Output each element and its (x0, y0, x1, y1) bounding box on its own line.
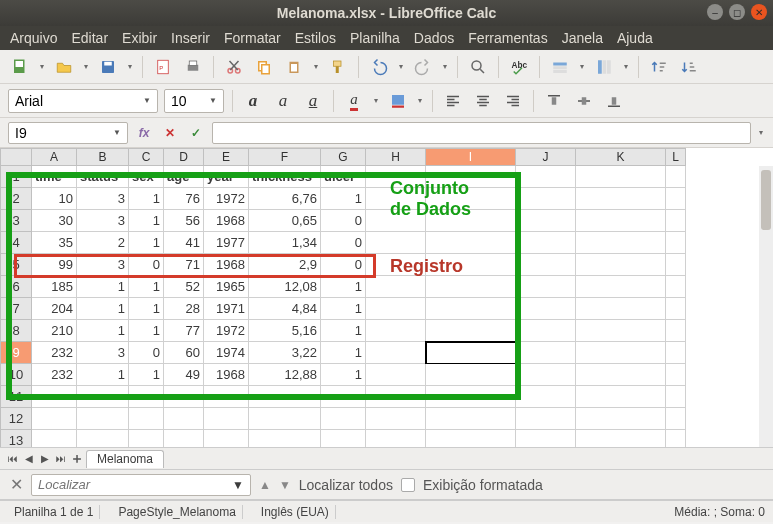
row-header[interactable]: 11 (0, 386, 32, 408)
cell[interactable] (666, 210, 686, 232)
valign-middle-icon[interactable] (572, 89, 596, 113)
spellcheck-icon[interactable]: Abc (507, 55, 531, 79)
cell[interactable] (321, 408, 366, 430)
cell[interactable] (666, 232, 686, 254)
menu-arquivo[interactable]: Arquivo (10, 30, 57, 46)
cell[interactable] (426, 232, 516, 254)
column-header[interactable]: J (516, 148, 576, 166)
cell[interactable]: 1 (129, 232, 164, 254)
cell[interactable]: 1 (77, 298, 129, 320)
scrollbar-thumb[interactable] (761, 170, 771, 230)
cell[interactable]: 210 (32, 320, 77, 342)
cell[interactable]: 0 (321, 254, 366, 276)
row-header[interactable]: 13 (0, 430, 32, 448)
menu-exibir[interactable]: Exibir (122, 30, 157, 46)
cell[interactable]: 3 (77, 188, 129, 210)
menu-dados[interactable]: Dados (414, 30, 454, 46)
cell[interactable] (426, 364, 516, 386)
cell[interactable] (366, 210, 426, 232)
cell[interactable] (426, 166, 516, 188)
cell[interactable] (366, 386, 426, 408)
row-header[interactable]: 12 (0, 408, 32, 430)
cell[interactable] (366, 166, 426, 188)
cell[interactable]: 1972 (204, 320, 249, 342)
cell[interactable] (366, 430, 426, 448)
cell[interactable] (204, 408, 249, 430)
chevron-down-icon[interactable]: ▼ (143, 96, 151, 105)
menu-editar[interactable]: Editar (71, 30, 108, 46)
undo-dropdown[interactable]: ▾ (397, 62, 405, 71)
cell[interactable] (77, 408, 129, 430)
cell[interactable] (576, 430, 666, 448)
cell[interactable] (576, 166, 666, 188)
cell[interactable]: 99 (32, 254, 77, 276)
cell[interactable] (576, 232, 666, 254)
cell[interactable]: 10 (32, 188, 77, 210)
cell[interactable]: 77 (164, 320, 204, 342)
tab-last-icon[interactable]: ⏭ (54, 452, 68, 466)
cell[interactable] (516, 188, 576, 210)
cell[interactable] (366, 342, 426, 364)
cell[interactable]: 1971 (204, 298, 249, 320)
underline-icon[interactable]: a (301, 89, 325, 113)
print-icon[interactable] (181, 55, 205, 79)
cell[interactable] (426, 276, 516, 298)
cell-reference-combo[interactable]: ▼ (8, 122, 128, 144)
cell[interactable] (576, 408, 666, 430)
cell[interactable]: 1,34 (249, 232, 321, 254)
paste-icon[interactable] (282, 55, 306, 79)
cell[interactable] (576, 364, 666, 386)
cell[interactable] (426, 298, 516, 320)
column-header[interactable]: F (249, 148, 321, 166)
valign-bottom-icon[interactable] (602, 89, 626, 113)
row-header[interactable]: 9 (0, 342, 32, 364)
cell[interactable] (666, 408, 686, 430)
cell[interactable]: 12,88 (249, 364, 321, 386)
highlight-icon[interactable] (386, 89, 410, 113)
cell[interactable]: 0 (321, 232, 366, 254)
cell[interactable]: 1 (129, 364, 164, 386)
cell[interactable] (576, 342, 666, 364)
cell[interactable] (164, 430, 204, 448)
cell[interactable]: 12,08 (249, 276, 321, 298)
find-input[interactable] (38, 477, 232, 492)
cell[interactable] (366, 188, 426, 210)
cancel-icon[interactable]: ✕ (160, 123, 180, 143)
find-icon[interactable] (466, 55, 490, 79)
sort-asc-icon[interactable] (647, 55, 671, 79)
pdf-export-icon[interactable]: P (151, 55, 175, 79)
cell[interactable] (576, 276, 666, 298)
cell[interactable]: 232 (32, 342, 77, 364)
function-wizard-icon[interactable]: fx (134, 123, 154, 143)
cell[interactable]: 185 (32, 276, 77, 298)
cell[interactable]: 3 (77, 342, 129, 364)
cell[interactable]: 1977 (204, 232, 249, 254)
cell[interactable]: age (164, 166, 204, 188)
align-right-icon[interactable] (501, 89, 525, 113)
cell[interactable] (576, 320, 666, 342)
cell[interactable]: 1 (129, 210, 164, 232)
cell[interactable]: 28 (164, 298, 204, 320)
cell[interactable] (321, 386, 366, 408)
cell[interactable]: 0 (321, 210, 366, 232)
cell[interactable]: 232 (32, 364, 77, 386)
cell[interactable]: 1 (321, 276, 366, 298)
cell[interactable] (164, 386, 204, 408)
cell[interactable] (666, 298, 686, 320)
sort-desc-icon[interactable] (677, 55, 701, 79)
row-icon[interactable] (548, 55, 572, 79)
cell[interactable] (666, 386, 686, 408)
tab-add-icon[interactable]: ＋ (70, 452, 84, 466)
cell[interactable] (516, 210, 576, 232)
menu-planilha[interactable]: Planilha (350, 30, 400, 46)
cell[interactable] (516, 298, 576, 320)
cell[interactable] (32, 408, 77, 430)
cell[interactable] (366, 298, 426, 320)
cell[interactable]: 1 (77, 364, 129, 386)
cell[interactable]: 6,76 (249, 188, 321, 210)
cell[interactable] (366, 364, 426, 386)
cell[interactable]: 1 (321, 364, 366, 386)
font-size-input[interactable] (171, 93, 205, 109)
cell[interactable] (516, 276, 576, 298)
column-header[interactable]: G (321, 148, 366, 166)
